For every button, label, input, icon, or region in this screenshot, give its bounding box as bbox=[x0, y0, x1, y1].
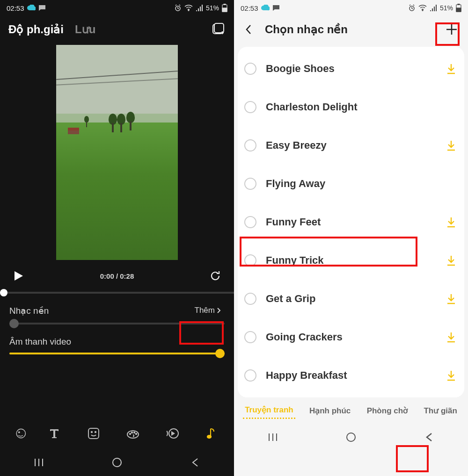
download-icon[interactable] bbox=[445, 62, 458, 75]
editor-topbar: Độ ph.giải Lưu bbox=[0, 16, 234, 43]
song-row[interactable]: Funny Trick bbox=[244, 241, 458, 280]
download-icon[interactable] bbox=[445, 216, 458, 229]
signal-icon bbox=[196, 5, 203, 11]
videoaudio-slider[interactable] bbox=[9, 353, 225, 354]
category-tabs: Truyện tranh Hạnh phúc Phòng chờ Thư giã… bbox=[234, 397, 468, 424]
download-icon[interactable] bbox=[445, 292, 458, 305]
svg-rect-24 bbox=[456, 8, 461, 12]
song-row[interactable]: Going Crackers bbox=[244, 318, 458, 356]
song-name: Funny Trick bbox=[266, 254, 435, 267]
export-plus-icon[interactable] bbox=[212, 22, 226, 36]
battery-icon bbox=[222, 4, 227, 12]
alarm-icon bbox=[174, 4, 182, 12]
music-tool-icon[interactable] bbox=[200, 424, 223, 443]
download-icon[interactable] bbox=[445, 101, 458, 114]
song-row[interactable]: Easy Breezy bbox=[244, 126, 458, 165]
tab-happy[interactable]: Hạnh phúc bbox=[307, 403, 352, 418]
wifi-icon bbox=[418, 5, 427, 11]
svg-point-25 bbox=[347, 433, 355, 441]
loop-button[interactable] bbox=[206, 267, 225, 285]
text-tool-icon[interactable] bbox=[43, 424, 66, 443]
battery-icon bbox=[456, 4, 461, 12]
song-radio[interactable] bbox=[244, 254, 256, 267]
song-radio[interactable] bbox=[244, 369, 256, 382]
picker-title: Chọn nhạc nền bbox=[265, 23, 348, 36]
tool-strip bbox=[0, 418, 234, 449]
svg-rect-4 bbox=[222, 8, 227, 12]
tab-lobby[interactable]: Phòng chờ bbox=[365, 403, 410, 418]
song-radio[interactable] bbox=[244, 101, 256, 113]
download-icon[interactable] bbox=[445, 254, 458, 267]
cloud-icon bbox=[261, 5, 270, 11]
speed-tool-icon[interactable] bbox=[161, 424, 183, 443]
song-radio[interactable] bbox=[244, 63, 256, 75]
song-radio[interactable] bbox=[244, 178, 256, 190]
svg-point-8 bbox=[19, 432, 20, 433]
status-bar: 02:53 51% bbox=[234, 0, 468, 16]
song-name: Flying Away bbox=[266, 178, 435, 190]
add-music-button[interactable] bbox=[443, 21, 461, 38]
song-row[interactable]: Boogie Shoes bbox=[244, 50, 458, 88]
more-label: Thêm bbox=[195, 306, 215, 315]
resolution-button[interactable]: Độ ph.giải bbox=[8, 23, 64, 36]
song-name: Charleston Delight bbox=[266, 101, 435, 113]
video-preview[interactable] bbox=[0, 43, 234, 262]
song-list[interactable]: Boogie ShoesCharleston DelightEasy Breez… bbox=[238, 47, 464, 397]
song-name: Happy Breakfast bbox=[266, 369, 435, 382]
song-row[interactable]: Get a Grip bbox=[244, 280, 458, 318]
play-button[interactable] bbox=[9, 267, 28, 285]
svg-rect-3 bbox=[224, 4, 226, 5]
bgmusic-slider[interactable] bbox=[9, 323, 225, 325]
svg-point-15 bbox=[134, 432, 135, 433]
download-icon[interactable] bbox=[445, 331, 458, 344]
wifi-icon bbox=[184, 5, 193, 11]
download-icon[interactable] bbox=[445, 369, 458, 382]
alarm-icon bbox=[408, 4, 416, 12]
nav-back[interactable] bbox=[181, 453, 209, 472]
chat-icon bbox=[272, 5, 280, 11]
draw-tool-icon[interactable] bbox=[122, 424, 144, 443]
download-icon[interactable] bbox=[445, 177, 458, 190]
svg-rect-23 bbox=[458, 4, 460, 5]
song-name: Get a Grip bbox=[266, 293, 435, 305]
video-frame bbox=[56, 45, 178, 260]
song-name: Going Crackers bbox=[266, 331, 435, 343]
svg-point-11 bbox=[95, 432, 96, 433]
face-tool-icon[interactable] bbox=[11, 424, 26, 443]
song-radio[interactable] bbox=[244, 139, 256, 151]
svg-point-10 bbox=[91, 432, 92, 433]
playback-controls: 0:00 / 0:28 bbox=[0, 262, 234, 285]
music-picker-screen: 02:53 51% Chọn nhạc nền Boogie ShoesCh bbox=[234, 0, 468, 476]
bgmusic-section: Nhạc nền Thêm bbox=[0, 294, 234, 326]
status-time: 02:53 bbox=[241, 4, 258, 12]
tab-relax[interactable]: Thư giãn bbox=[422, 403, 459, 418]
svg-point-14 bbox=[132, 432, 132, 433]
song-radio[interactable] bbox=[244, 216, 256, 228]
song-row[interactable]: Charleston Delight bbox=[244, 88, 458, 126]
bgmusic-more-button[interactable]: Thêm bbox=[191, 304, 225, 317]
song-row[interactable]: Funny Feet bbox=[244, 203, 458, 241]
svg-point-16 bbox=[136, 433, 137, 434]
song-name: Funny Feet bbox=[266, 216, 435, 228]
song-radio[interactable] bbox=[244, 331, 256, 343]
signal-icon bbox=[430, 5, 437, 11]
back-button[interactable] bbox=[241, 22, 256, 36]
nav-home[interactable] bbox=[337, 428, 365, 447]
svg-point-21 bbox=[422, 10, 423, 11]
nav-recents[interactable] bbox=[259, 428, 287, 447]
song-radio[interactable] bbox=[244, 293, 256, 305]
svg-point-18 bbox=[207, 435, 211, 438]
nav-home[interactable] bbox=[103, 453, 131, 472]
tab-comic[interactable]: Truyện tranh bbox=[243, 402, 295, 419]
nav-recents[interactable] bbox=[25, 453, 53, 472]
android-navbar bbox=[234, 424, 468, 451]
nav-back[interactable] bbox=[415, 428, 443, 447]
song-row[interactable]: Happy Breakfast bbox=[244, 356, 458, 395]
timeline[interactable] bbox=[0, 292, 234, 294]
song-row[interactable]: Flying Away bbox=[244, 165, 458, 203]
song-name: Boogie Shoes bbox=[266, 63, 435, 75]
svg-point-1 bbox=[188, 10, 189, 11]
save-button[interactable]: Lưu bbox=[75, 23, 95, 36]
download-icon[interactable] bbox=[445, 139, 458, 152]
sticker-tool-icon[interactable] bbox=[82, 424, 105, 443]
